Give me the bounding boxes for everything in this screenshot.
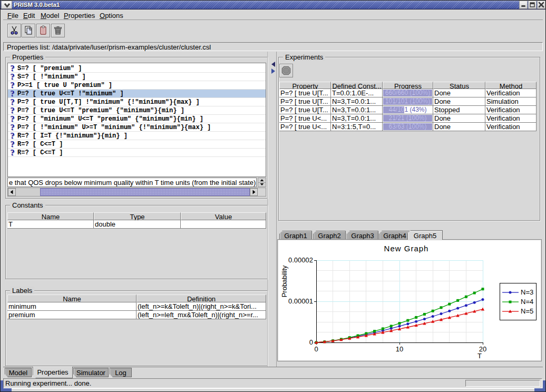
svg-text:T: T xyxy=(477,352,482,360)
svg-text:?: ? xyxy=(11,149,15,157)
svg-text:?: ? xyxy=(11,73,15,81)
svg-text:0.00002: 0.00002 xyxy=(288,256,313,264)
svg-text:0: 0 xyxy=(314,345,318,353)
svg-text:0: 0 xyxy=(309,338,313,346)
svg-text:?: ? xyxy=(11,140,15,149)
svg-text:N=5: N=5 xyxy=(521,307,533,315)
svg-text:?: ? xyxy=(11,64,15,73)
svg-text:New Graph: New Graph xyxy=(384,244,429,253)
svg-text:N=3: N=3 xyxy=(521,288,533,296)
svg-text:?: ? xyxy=(11,132,15,140)
svg-text:?: ? xyxy=(11,90,15,98)
svg-text:?: ? xyxy=(11,123,15,132)
svg-text:?: ? xyxy=(11,81,15,90)
svg-text:?: ? xyxy=(11,98,15,106)
svg-text:Probability: Probability xyxy=(280,265,288,297)
svg-text:10: 10 xyxy=(396,345,403,353)
svg-text:0.00001: 0.00001 xyxy=(288,297,313,305)
svg-text:?: ? xyxy=(11,106,15,115)
svg-text:?: ? xyxy=(11,115,15,123)
svg-text:N=4: N=4 xyxy=(521,298,533,306)
